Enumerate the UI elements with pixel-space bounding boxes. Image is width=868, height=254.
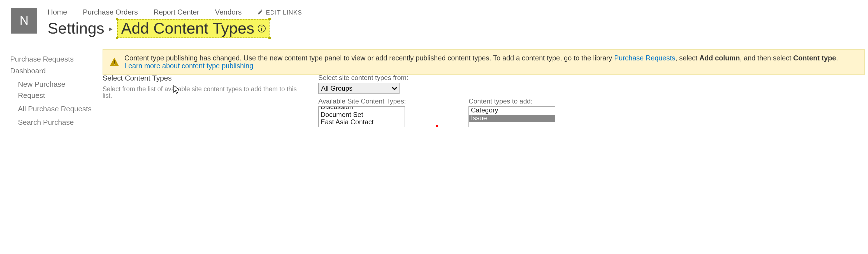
cursor-icon <box>173 85 181 95</box>
available-column: Available Site Content Types: Discussion… <box>318 97 406 127</box>
svg-rect-0 <box>114 61 115 63</box>
site-logo[interactable]: N <box>11 8 37 34</box>
available-listbox[interactable]: DiscussionDocument SetEast Asia ContactE… <box>318 106 405 127</box>
edit-links-label: EDIT LINKS <box>266 9 302 15</box>
notice-link-library[interactable]: Purchase Requests <box>614 54 675 62</box>
available-label: Available Site Content Types: <box>318 97 406 105</box>
list-item[interactable]: Document Set <box>319 111 405 119</box>
list-item[interactable]: Category <box>469 107 555 114</box>
toadd-listbox[interactable]: CategoryIssue <box>469 106 556 127</box>
notice-text: Content type publishing has changed. Use… <box>124 54 857 70</box>
top-nav: Home Purchase Orders Report Center Vendo… <box>48 8 302 16</box>
list-item[interactable]: Discussion <box>319 106 405 111</box>
warning-icon <box>110 58 119 67</box>
info-icon[interactable]: i <box>258 25 266 32</box>
page-title-text: Add Content Types <box>121 20 254 37</box>
section-title: Select Content Types <box>102 74 304 82</box>
breadcrumb: Settings ▸ Add Content Types i <box>48 19 270 38</box>
form-area: Select Content Types Select from the lis… <box>102 72 862 127</box>
notice-bar: Content type publishing has changed. Use… <box>102 49 865 75</box>
nav-new-purchase-request[interactable]: New Purchase Request <box>10 79 94 102</box>
nav-report-center[interactable]: Report Center <box>154 8 199 16</box>
svg-point-1 <box>114 64 115 65</box>
nav-purchase-requests-dashboard[interactable]: Purchase Requests Dashboard <box>10 54 94 77</box>
select-from-label: Select site content types from: <box>318 74 556 82</box>
arrow-down-icon <box>432 124 442 127</box>
list-item[interactable]: East Asia Contact <box>319 119 405 126</box>
left-nav: Purchase Requests Dashboard New Purchase… <box>10 50 94 127</box>
page-title: Add Content Types i <box>117 19 269 38</box>
chevron-right-icon: ▸ <box>109 24 113 33</box>
pencil-icon <box>257 9 264 15</box>
form-right: Select site content types from: All Grou… <box>318 74 556 127</box>
form-left: Select Content Types Select from the lis… <box>102 74 304 99</box>
toadd-label: Content types to add: <box>469 97 556 105</box>
list-item[interactable]: Issue <box>469 114 555 122</box>
section-desc: Select from the list of available site c… <box>102 85 304 99</box>
site-logo-letter: N <box>20 13 29 28</box>
nav-search-purchase-requests[interactable]: Search Purchase Requests <box>10 117 94 127</box>
toadd-column: Content types to add: CategoryIssue <box>469 97 556 127</box>
nav-home[interactable]: Home <box>48 8 67 16</box>
edit-links-button[interactable]: EDIT LINKS <box>257 9 302 15</box>
group-select[interactable]: All Groups <box>318 83 400 94</box>
nav-all-purchase-requests[interactable]: All Purchase Requests <box>10 104 94 115</box>
nav-vendors[interactable]: Vendors <box>215 8 242 16</box>
list-item[interactable]: Event <box>319 126 405 127</box>
breadcrumb-settings[interactable]: Settings <box>48 20 104 37</box>
nav-purchase-orders[interactable]: Purchase Orders <box>83 8 138 16</box>
add-remove-column: Add > < Remove <box>423 124 452 127</box>
notice-link-learn-more[interactable]: Learn more about content type publishing <box>124 62 253 70</box>
